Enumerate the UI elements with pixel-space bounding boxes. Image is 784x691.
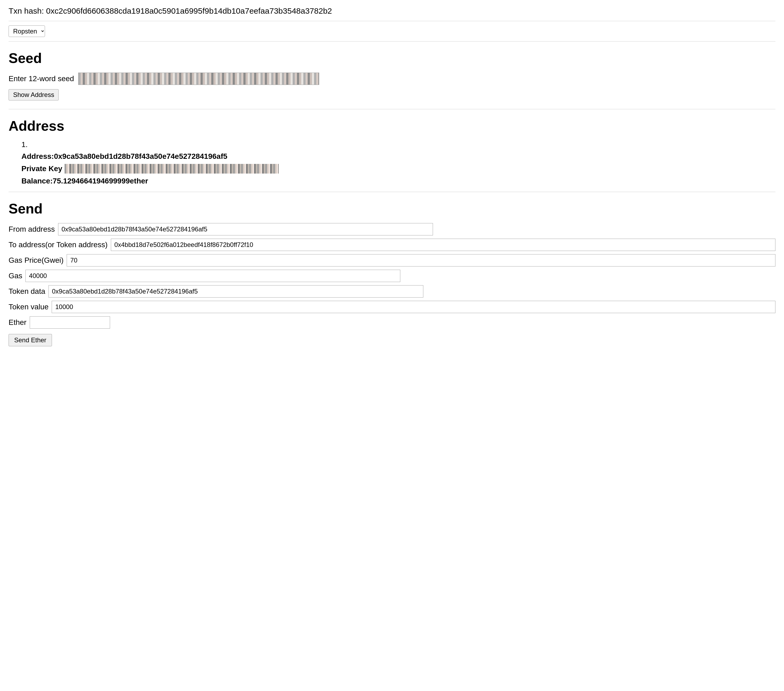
- seed-row: Enter 12-word seed: [8, 73, 776, 85]
- gas-price-row: Gas Price(Gwei): [8, 254, 776, 267]
- balance-line: Balance:75.1294664194699999ether: [21, 177, 776, 185]
- from-address-input[interactable]: [58, 223, 433, 236]
- token-data-input[interactable]: [48, 285, 423, 298]
- address-label: Address:: [21, 152, 54, 160]
- divider-3: [8, 192, 776, 192]
- send-section: Send From address To address(or Token ad…: [8, 201, 776, 346]
- txn-hash-value: 0xc2c906fd6606388cda1918a0c5901a6995f9b1…: [46, 7, 332, 15]
- gas-input[interactable]: [25, 270, 400, 282]
- network-dropdown[interactable]: Ropsten Mainnet Kovan Rinkeby: [8, 25, 45, 37]
- balance-value: 75.1294664194699999ether: [53, 177, 148, 185]
- send-section-title: Send: [8, 201, 776, 217]
- txn-hash: Txn hash: 0xc2c906fd6606388cda1918a0c590…: [8, 7, 776, 15]
- address-full-line: Address:0x9ca53a80ebd1d28b78f43a50e74e52…: [21, 152, 776, 161]
- gas-price-input[interactable]: [67, 254, 776, 267]
- address-number: 1.: [21, 140, 776, 149]
- gas-price-label: Gas Price(Gwei): [8, 256, 63, 265]
- token-data-label: Token data: [8, 287, 45, 296]
- ether-label: Ether: [8, 318, 26, 327]
- balance-label: Balance:: [21, 177, 53, 185]
- network-select-container: Ropsten Mainnet Kovan Rinkeby: [8, 25, 776, 37]
- divider-2: [8, 109, 776, 109]
- private-key-label: Private Key: [21, 165, 63, 173]
- ether-row: Ether: [8, 316, 776, 329]
- private-key-blur: [64, 164, 279, 173]
- seed-label: Enter 12-word seed: [8, 74, 74, 83]
- address-section-title: Address: [8, 118, 776, 134]
- txn-hash-label: Txn hash:: [8, 7, 44, 15]
- to-address-input[interactable]: [111, 239, 776, 251]
- seed-input[interactable]: [78, 73, 319, 85]
- ether-input[interactable]: [30, 316, 110, 329]
- show-address-button[interactable]: Show Address: [8, 89, 59, 101]
- address-value: 0x9ca53a80ebd1d28b78f43a50e74e527284196a…: [54, 152, 227, 160]
- token-value-input[interactable]: [52, 301, 776, 313]
- divider-top: [8, 21, 776, 21]
- to-address-row: To address(or Token address): [8, 239, 776, 251]
- token-data-row: Token data: [8, 285, 776, 298]
- send-ether-button[interactable]: Send Ether: [8, 334, 52, 346]
- address-section: Address 1. Address:0x9ca53a80ebd1d28b78f…: [8, 118, 776, 185]
- token-value-label: Token value: [8, 303, 48, 311]
- to-address-label: To address(or Token address): [8, 241, 108, 249]
- from-address-row: From address: [8, 223, 776, 236]
- seed-section: Seed Enter 12-word seed Show Address: [8, 50, 776, 105]
- seed-section-title: Seed: [8, 50, 776, 66]
- gas-label: Gas: [8, 272, 22, 280]
- address-index: 1.: [21, 140, 28, 148]
- private-key-line: Private Key: [21, 164, 776, 173]
- from-address-label: From address: [8, 225, 55, 234]
- gas-row: Gas: [8, 270, 776, 282]
- address-item-1: 1. Address:0x9ca53a80ebd1d28b78f43a50e74…: [21, 140, 776, 185]
- token-value-row: Token value: [8, 301, 776, 313]
